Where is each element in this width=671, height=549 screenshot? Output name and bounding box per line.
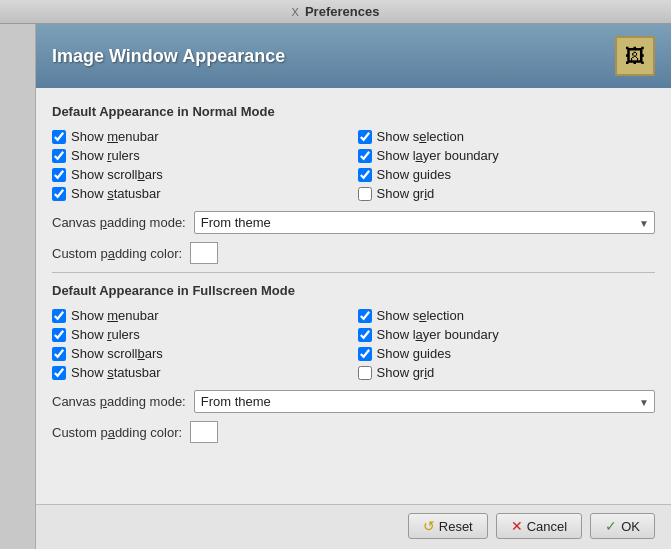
fs-canvas-padding-select[interactable]: From theme Light check Dark check Custom… (194, 390, 655, 413)
checkbox-fs-guides-input[interactable] (358, 347, 372, 361)
nm-canvas-padding-label: Canvas padding mode: (52, 215, 186, 230)
x-label: X (292, 6, 299, 18)
cancel-label: Cancel (527, 519, 567, 534)
cancel-button[interactable]: ✕ Cancel (496, 513, 582, 539)
checkbox-nm-layer-label: Show layer boundary (377, 148, 499, 163)
preferences-window: X Preferences Image Window Appearance 🖼 … (0, 0, 671, 549)
prefs-body: Default Appearance in Normal Mode Show m… (36, 88, 671, 504)
checkbox-nm-grid-label: Show grid (377, 186, 435, 201)
checkbox-nm-layer[interactable]: Show layer boundary (358, 148, 656, 163)
checkbox-nm-rulers-input[interactable] (52, 149, 66, 163)
checkbox-fs-rulers-input[interactable] (52, 328, 66, 342)
section-divider (52, 272, 655, 273)
checkbox-fs-rulers[interactable]: Show rulers (52, 327, 350, 342)
nm-custom-color-swatch[interactable] (190, 242, 218, 264)
fullscreen-mode-checkboxes: Show menubar Show selection Show rulers … (52, 308, 655, 380)
sidebar (0, 24, 36, 549)
fs-canvas-padding-dropdown-wrap: From theme Light check Dark check Custom… (194, 390, 655, 413)
checkbox-nm-menubar[interactable]: Show menubar (52, 129, 350, 144)
checkbox-fs-selection[interactable]: Show selection (358, 308, 656, 323)
checkbox-nm-guides-label: Show guides (377, 167, 451, 182)
page-title: Image Window Appearance (52, 46, 285, 67)
checkbox-nm-statusbar[interactable]: Show statusbar (52, 186, 350, 201)
titlebar: X Preferences (0, 0, 671, 24)
header-banner: Image Window Appearance 🖼 (36, 24, 671, 88)
checkbox-nm-grid[interactable]: Show grid (358, 186, 656, 201)
nm-canvas-padding-dropdown-wrap: From theme Light check Dark check Custom… (194, 211, 655, 234)
cancel-icon: ✕ (511, 518, 523, 534)
checkbox-fs-scrollbars-input[interactable] (52, 347, 66, 361)
fullscreen-mode-title: Default Appearance in Fullscreen Mode (52, 283, 655, 298)
checkbox-fs-scrollbars[interactable]: Show scrollbars (52, 346, 350, 361)
nm-custom-color-row: Custom padding color: (52, 242, 655, 264)
checkbox-nm-scrollbars-label: Show scrollbars (71, 167, 163, 182)
footer: ↺ Reset ✕ Cancel ✓ OK (36, 504, 671, 549)
checkbox-nm-guides-input[interactable] (358, 168, 372, 182)
checkbox-fs-guides[interactable]: Show guides (358, 346, 656, 361)
ok-icon: ✓ (605, 518, 617, 534)
main-content: Image Window Appearance 🖼 Default Appear… (36, 24, 671, 549)
fs-custom-color-row: Custom padding color: (52, 421, 655, 443)
fs-canvas-padding-label: Canvas padding mode: (52, 394, 186, 409)
checkbox-nm-guides[interactable]: Show guides (358, 167, 656, 182)
checkbox-nm-menubar-input[interactable] (52, 130, 66, 144)
checkbox-fs-layer[interactable]: Show layer boundary (358, 327, 656, 342)
checkbox-nm-grid-input[interactable] (358, 187, 372, 201)
checkbox-nm-selection[interactable]: Show selection (358, 129, 656, 144)
reset-label: Reset (439, 519, 473, 534)
window-title: Preferences (305, 4, 379, 19)
checkbox-fs-scrollbars-label: Show scrollbars (71, 346, 163, 361)
checkbox-nm-selection-label: Show selection (377, 129, 464, 144)
checkbox-fs-statusbar[interactable]: Show statusbar (52, 365, 350, 380)
checkbox-nm-statusbar-input[interactable] (52, 187, 66, 201)
checkbox-fs-selection-input[interactable] (358, 309, 372, 323)
checkbox-nm-rulers-label: Show rulers (71, 148, 140, 163)
checkbox-fs-guides-label: Show guides (377, 346, 451, 361)
checkbox-nm-selection-input[interactable] (358, 130, 372, 144)
header-icon: 🖼 (615, 36, 655, 76)
checkbox-fs-statusbar-input[interactable] (52, 366, 66, 380)
checkbox-fs-layer-input[interactable] (358, 328, 372, 342)
checkbox-fs-layer-label: Show layer boundary (377, 327, 499, 342)
checkbox-fs-menubar-label: Show menubar (71, 308, 158, 323)
checkbox-fs-grid-input[interactable] (358, 366, 372, 380)
nm-custom-color-label: Custom padding color: (52, 246, 182, 261)
checkbox-fs-rulers-label: Show rulers (71, 327, 140, 342)
checkbox-nm-rulers[interactable]: Show rulers (52, 148, 350, 163)
reset-icon: ↺ (423, 518, 435, 534)
checkbox-nm-layer-input[interactable] (358, 149, 372, 163)
fs-canvas-padding-row: Canvas padding mode: From theme Light ch… (52, 390, 655, 413)
normal-mode-checkboxes: Show menubar Show selection Show rulers … (52, 129, 655, 201)
reset-button[interactable]: ↺ Reset (408, 513, 488, 539)
ok-label: OK (621, 519, 640, 534)
checkbox-fs-menubar-input[interactable] (52, 309, 66, 323)
checkbox-fs-selection-label: Show selection (377, 308, 464, 323)
checkbox-nm-menubar-label: Show menubar (71, 129, 158, 144)
checkbox-fs-menubar[interactable]: Show menubar (52, 308, 350, 323)
checkbox-nm-scrollbars-input[interactable] (52, 168, 66, 182)
ok-button[interactable]: ✓ OK (590, 513, 655, 539)
nm-canvas-padding-row: Canvas padding mode: From theme Light ch… (52, 211, 655, 234)
nm-canvas-padding-select[interactable]: From theme Light check Dark check Custom… (194, 211, 655, 234)
checkbox-nm-statusbar-label: Show statusbar (71, 186, 161, 201)
checkbox-fs-grid[interactable]: Show grid (358, 365, 656, 380)
fs-custom-color-label: Custom padding color: (52, 425, 182, 440)
normal-mode-title: Default Appearance in Normal Mode (52, 104, 655, 119)
checkbox-fs-grid-label: Show grid (377, 365, 435, 380)
checkbox-nm-scrollbars[interactable]: Show scrollbars (52, 167, 350, 182)
fs-custom-color-swatch[interactable] (190, 421, 218, 443)
checkbox-fs-statusbar-label: Show statusbar (71, 365, 161, 380)
